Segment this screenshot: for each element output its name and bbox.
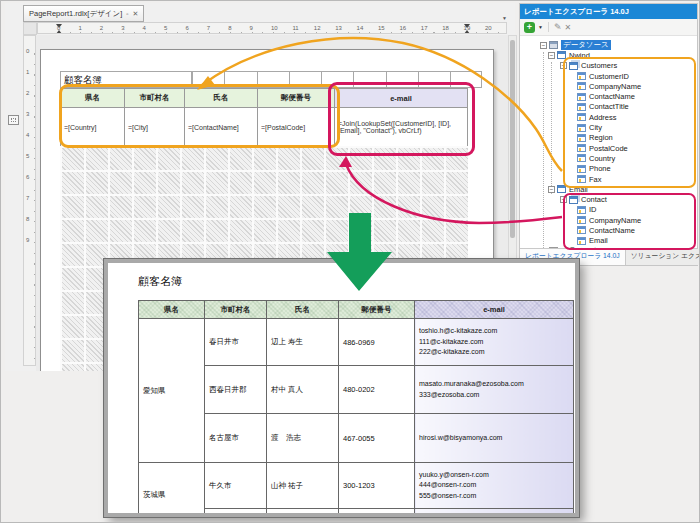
v-ruler-number: 6 <box>26 174 29 180</box>
v-ruler-number: 9 <box>26 237 29 243</box>
v-ruler-number: 7 <box>26 195 29 201</box>
scrollbar-thumb[interactable] <box>510 40 515 238</box>
h-ruler-number: 13 <box>335 25 342 31</box>
preview-cell-email: toshio.h@c-kitakaze.com111@c-kitakaze.co… <box>415 319 574 366</box>
preview-cell-name: 渡 浩志 <box>267 414 339 463</box>
toolbar-separator <box>548 22 549 32</box>
tab-solution-explorer[interactable]: ソリューション エクスプローラー <box>626 249 700 265</box>
h-ruler-number: 16 <box>399 25 406 31</box>
preview-cell-city <box>205 509 267 518</box>
v-ruler-number: 0 <box>26 48 29 54</box>
horizontal-ruler: 0123456789101112131415161718192021 <box>37 22 507 34</box>
preview-cell-zip <box>339 509 415 518</box>
v-ruler-number: 3 <box>26 111 29 117</box>
h-ruler-number: 17 <box>421 25 428 31</box>
preview-cell-email: masato.muranaka@ezosoba.com333@ezosoba.c… <box>415 366 574 414</box>
h-ruler-number: 7 <box>207 25 210 31</box>
h-ruler-number: 3 <box>121 25 124 31</box>
h-ruler-number: 18 <box>442 25 449 31</box>
preview-cell-email: yuuko.y@onsen-r.com444@onsen-r.com555@on… <box>415 463 574 509</box>
preview-cell-city: 名古屋市 <box>205 414 267 463</box>
preview-cell-name: 辺上 寿生 <box>267 319 339 366</box>
datasource-icon <box>549 41 558 49</box>
panel-title: レポートエクスプローラ 14.0J <box>520 4 697 19</box>
highlight-contact-fields-box <box>563 193 696 250</box>
delete-icon[interactable]: ✕ <box>565 23 572 32</box>
highlight-customers-fields-box <box>563 57 696 188</box>
preview-cell-zip: 467-0055 <box>339 414 415 463</box>
preview-cell-city: 牛久市 <box>205 463 267 509</box>
preview-column-header: 市町村名 <box>205 301 267 319</box>
preview-column-header: 氏名 <box>267 301 339 319</box>
expander-minus-icon[interactable]: − <box>548 52 555 59</box>
h-ruler-number: 14 <box>357 25 364 31</box>
h-ruler-number: 2 <box>100 25 103 31</box>
pin-icon[interactable]: ▫ <box>126 11 128 17</box>
preview-cell-email <box>415 509 574 518</box>
v-ruler-number: 5 <box>26 153 29 159</box>
h-ruler-number: 11 <box>292 25 298 31</box>
h-ruler-number: 21 <box>506 25 507 31</box>
report-explorer-panel: レポートエクスプローラ 14.0J + ▼ ✎ ✕ −データソース−Nwind−… <box>519 3 698 266</box>
highlight-columns-box <box>59 84 340 148</box>
preview-cell-zip: 486-0969 <box>339 319 415 366</box>
preview-cell-city: 春日井市 <box>205 319 267 366</box>
preview-cell-name <box>267 509 339 518</box>
dataset-icon <box>557 185 566 193</box>
h-ruler-number: 5 <box>164 25 167 31</box>
add-datasource-button[interactable]: + <box>524 22 535 33</box>
preview-cell-name: 山神 祐子 <box>267 463 339 509</box>
h-ruler-number: 10 <box>271 25 278 31</box>
h-ruler-number: 1 <box>78 25 81 31</box>
preview-header-row: 県名市町村名氏名郵便番号e-mail <box>139 301 574 319</box>
h-ruler-number: 4 <box>143 25 146 31</box>
preview-cell-email: hirosi.w@bisyamonya.com <box>415 414 574 463</box>
tab-list-dropdown-icon[interactable]: ▼ <box>502 15 507 21</box>
v-ruler-number: 8 <box>26 216 29 222</box>
h-ruler-number: 12 <box>314 25 321 31</box>
preview-cell-zip: 480-0202 <box>339 366 415 414</box>
page-margin-icon <box>8 115 19 125</box>
expander-minus-icon[interactable]: − <box>540 42 547 49</box>
vertical-ruler: 0123456789 <box>23 35 36 366</box>
h-ruler-number: 0 <box>57 25 60 31</box>
v-ruler-number: 4 <box>26 132 29 138</box>
h-ruler-number: 19 <box>464 25 471 31</box>
preview-table-row: 名古屋市渡 浩志467-0055hirosi.w@bisyamonya.com <box>139 414 574 463</box>
expander-minus-icon[interactable]: − <box>548 186 555 193</box>
highlight-email-column-box <box>328 82 475 156</box>
preview-table-row: 愛知県春日井市辺上 寿生486-0969toshio.h@c-kitakaze.… <box>139 319 574 366</box>
preview-table: 県名市町村名氏名郵便番号e-mail愛知県春日井市辺上 寿生486-0969to… <box>138 300 574 517</box>
h-ruler-number: 20 <box>485 25 492 31</box>
v-ruler-number: 1 <box>26 69 29 75</box>
preview-column-header: 県名 <box>139 301 205 319</box>
h-ruler-number: 15 <box>378 25 385 31</box>
preview-cell-zip: 300-1203 <box>339 463 415 509</box>
document-tab[interactable]: PageReport1.rdlx[デザイン] ▫ ✕ <box>23 5 144 22</box>
ruler-corner <box>23 22 37 35</box>
preview-column-header: 郵便番号 <box>339 301 415 319</box>
preview-cell-name: 村中 真人 <box>267 366 339 414</box>
preview-window: 顧客名簿 県名市町村名氏名郵便番号e-mail愛知県春日井市辺上 寿生486-0… <box>104 259 579 517</box>
tree-item-データソース[interactable]: −データソース <box>520 40 696 50</box>
preview-report-title: 顧客名簿 <box>138 274 182 289</box>
document-tab-label: PageReport1.rdlx[デザイン] <box>29 9 122 19</box>
tree-item-label: データソース <box>561 40 611 50</box>
preview-table-row <box>139 509 574 518</box>
h-ruler-number: 6 <box>185 25 188 31</box>
preview-cell-pref: 茨城県 <box>139 463 205 518</box>
preview-cell-city: 西春日井郡 <box>205 366 267 414</box>
preview-table-row: 西春日井郡村中 真人480-0202masato.muranaka@ezosob… <box>139 366 574 414</box>
h-ruler-number: 9 <box>250 25 253 31</box>
app-window: PageReport1.rdlx[デザイン] ▫ ✕ ▼ 01234567891… <box>0 0 700 523</box>
add-dropdown-icon[interactable]: ▼ <box>538 24 543 30</box>
close-icon[interactable]: ✕ <box>132 10 138 18</box>
explorer-toolbar: + ▼ ✎ ✕ <box>520 19 697 36</box>
preview-table-row: 茨城県牛久市山神 祐子300-1203yuuko.y@onsen-r.com44… <box>139 463 574 509</box>
v-ruler-number: 2 <box>26 90 29 96</box>
preview-column-header: e-mail <box>415 301 574 319</box>
preview-cell-pref: 愛知県 <box>139 319 205 463</box>
edit-pencil-icon[interactable]: ✎ <box>554 22 562 32</box>
h-ruler-number: 8 <box>228 25 231 31</box>
